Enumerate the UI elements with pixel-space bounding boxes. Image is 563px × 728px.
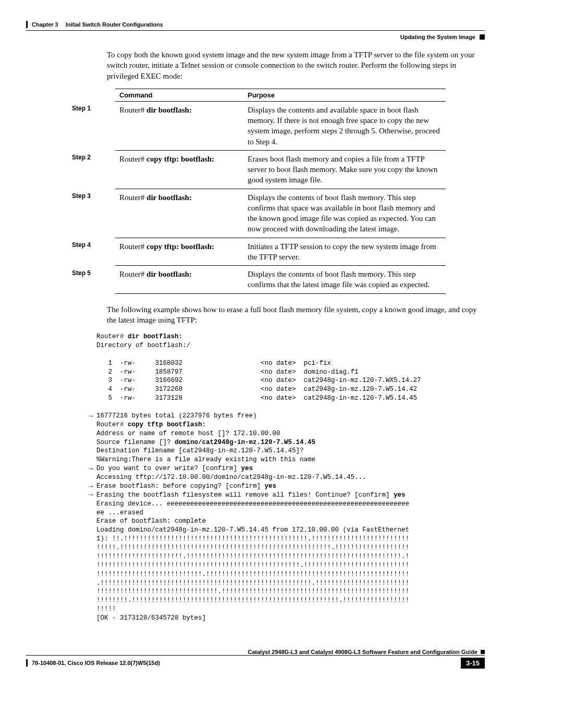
- step-label: Step 4: [68, 238, 115, 266]
- chapter-title: Initial Switch Router Configurations: [66, 21, 163, 28]
- con-l1-pre: Router#: [96, 333, 128, 340]
- section-title: Updating the System Image: [400, 34, 475, 40]
- con-l14: Destination filename [cat2948g-in-mz.120…: [96, 447, 304, 454]
- header-bar: Chapter 3 Initial Switch Router Configur…: [26, 21, 485, 28]
- purpose-cell: Erases boot flash memory and copies a fi…: [243, 150, 446, 189]
- cmd-bold: copy tftp: bootflash:: [146, 242, 214, 251]
- purpose-cell: Displays the contents and available spac…: [243, 101, 446, 150]
- step-col-header: [68, 89, 115, 101]
- con-l21: ee ...erased: [96, 509, 143, 516]
- footer-vline: [26, 659, 28, 667]
- con-l28: !!!!!!!!!!!!!!!!!!!!!!!!!!!.!!!!!!!!!!!!…: [96, 571, 409, 578]
- command-header: Command: [115, 89, 243, 101]
- purpose-header: Purpose: [243, 89, 446, 101]
- page-number: 3-15: [461, 658, 485, 669]
- step-label: Step 1: [68, 101, 115, 150]
- con-l22: Erase of bootflash: complete: [96, 517, 206, 525]
- command-cell: Router# dir bootflash:: [115, 101, 243, 150]
- console-output: Router# dir bootflash: Directory of boot…: [96, 332, 485, 623]
- purpose-cell: Initiates a TFTP session to copy the new…: [243, 238, 446, 266]
- header-vline: [26, 21, 28, 28]
- arrow-icon: →: [87, 490, 94, 499]
- con-l1-b: dir bootflash:: [128, 333, 182, 340]
- main-content: To copy both the known good system image…: [107, 50, 485, 623]
- footer-square-icon: [481, 650, 485, 654]
- table-row: Step 3 Router# dir bootflash: Displays t…: [68, 189, 446, 238]
- con-l26: !!!!!!!!!!!!!!!!!!!!!!.!!!!!!!!!!!!!!!!!…: [96, 553, 409, 560]
- console-block: Router# dir bootflash: Directory of boot…: [96, 332, 485, 623]
- con-l23: Loading domino/cat2948g-in-mz.120-7.W5.1…: [96, 526, 409, 534]
- con-l8: 5 -rw- 3173128 <no date> cat2948g-in-mz.…: [96, 394, 417, 402]
- subhead-row: Updating the System Image: [26, 34, 485, 40]
- command-cell: Router# dir bootflash:: [115, 189, 243, 238]
- con-l16-pre: Do you want to over write? [confirm]: [96, 465, 241, 472]
- cmd-bold: dir bootflash:: [146, 106, 192, 114]
- step-label: Step 3: [68, 189, 115, 238]
- step-label: Step 5: [68, 266, 115, 294]
- table-row: Step 1 Router# dir bootflash: Displays t…: [68, 101, 446, 150]
- con-l29: .!!!!!!!!!!!!!!!!!!!!!!!!!!!!!!!!!!!!!!!…: [96, 579, 409, 587]
- con-l10: 16777216 bytes total (2237976 bytes free…: [96, 412, 257, 419]
- footer-rule: [26, 655, 485, 656]
- con-l25: !!!!!.!!!!!!!!!!!!!!!!!!!!!!!!!!!!!!!!!!…: [96, 544, 409, 551]
- con-l13-b: domino/cat2948g-in-mz.120-7.W5.14.45: [175, 439, 315, 446]
- con-l27: !!!!!!!!!!!!!!!!!!!!!!!!!!!!!!!!!!!!!!!!…: [96, 562, 409, 569]
- con-l2: Directory of bootflash:/: [96, 342, 190, 349]
- mid-paragraph: The following example shows how to erase…: [107, 304, 485, 326]
- cmd-prefix: Router#: [119, 155, 146, 163]
- con-l17: Accessing tftp://172.10.00.00/domino/cat…: [96, 474, 366, 481]
- con-l4: 1 -rw- 3168032 <no date> pci-fix: [96, 360, 331, 367]
- cmd-bold: copy tftp: bootflash:: [146, 155, 214, 163]
- table-row: Step 5 Router# dir bootflash: Displays t…: [68, 266, 446, 294]
- con-l19-b: yes: [394, 491, 406, 499]
- con-l20: Erasing device... eeeeeeeeeeeeeeeeeeeeee…: [96, 500, 409, 508]
- con-l16-b: yes: [241, 465, 253, 472]
- cmd-bold: dir bootflash:: [146, 193, 192, 202]
- cmd-prefix: Router#: [119, 270, 146, 278]
- arrow-icon: →: [87, 464, 94, 473]
- footer-left: 78-10408-01, Cisco IOS Release 12.0(7)W5…: [26, 659, 160, 667]
- purpose-cell: Displays the contents of boot flash memo…: [243, 266, 446, 294]
- chapter-label: Chapter 3: [32, 21, 58, 28]
- header-rule: [26, 30, 485, 31]
- con-l13-pre: Source filename []?: [96, 439, 175, 446]
- command-cell: Router# dir bootflash:: [115, 266, 243, 294]
- con-l11-pre: Router#: [96, 421, 128, 428]
- con-l18-pre: Erase bootflash: before copying? [confir…: [96, 483, 265, 490]
- con-l12: Address or name of remote host []? 172.1…: [96, 430, 280, 437]
- command-cell: Router# copy tftp: bootflash:: [115, 238, 243, 266]
- header-square-icon: [480, 34, 485, 40]
- con-l33: [OK - 3173128/6345728 bytes]: [96, 614, 206, 622]
- con-l6: 3 -rw- 3166692 <no date> cat2948g-in-mz.…: [96, 377, 421, 384]
- con-l18-b: yes: [265, 483, 277, 490]
- con-l15: %Warning:There is a file already existin…: [96, 456, 315, 463]
- arrow-icon: →: [87, 482, 94, 490]
- footer: Catalyst 2948G-L3 and Catalyst 4908G-L3 …: [26, 649, 485, 669]
- arrow-icon: →: [87, 412, 94, 420]
- command-cell: Router# copy tftp: bootflash:: [115, 150, 243, 189]
- con-l32: !!!!!: [96, 606, 116, 613]
- footer-release: 78-10408-01, Cisco IOS Release 12.0(7)W5…: [32, 660, 160, 666]
- con-l24: 1): !!.!!!!!!!!!!!!!!!!!!!!!!!!!!!!!!!!!…: [96, 535, 409, 542]
- intro-paragraph: To copy both the known good system image…: [107, 50, 485, 81]
- table-row: Step 2 Router# copy tftp: bootflash: Era…: [68, 150, 446, 189]
- steps-table: Command Purpose Step 1 Router# dir bootf…: [68, 89, 446, 294]
- con-l5: 2 -rw- 1858797 <no date> domino-diag.f1: [96, 368, 359, 376]
- con-l7: 4 -rw- 3172268 <no date> cat2948g-in-mz.…: [96, 386, 417, 393]
- con-l31: !!!!!!!!.!!!!!!!!!!!!!!!!!!!!!!!!!!!!!!!…: [96, 597, 409, 604]
- footer-row: 78-10408-01, Cisco IOS Release 12.0(7)W5…: [26, 658, 485, 669]
- cmd-prefix: Router#: [119, 193, 146, 202]
- con-l19-pre: Erasing the bootflash filesystem will re…: [96, 491, 394, 499]
- cmd-prefix: Router#: [119, 242, 146, 251]
- cmd-bold: dir bootflash:: [146, 270, 192, 278]
- step-label: Step 2: [68, 150, 115, 189]
- table-row: Step 4 Router# copy tftp: bootflash: Ini…: [68, 238, 446, 266]
- con-l30: !!!!!!!!!!!!!!!!!!!!!!!!!!!!!!!.!!!!!!!!…: [96, 588, 409, 595]
- con-l11-b: copy tftp bootflash:: [128, 421, 206, 428]
- purpose-cell: Displays the contents of boot flash memo…: [243, 189, 446, 238]
- cmd-prefix: Router#: [119, 106, 146, 114]
- footer-guide-title: Catalyst 2948G-L3 and Catalyst 4908G-L3 …: [248, 649, 478, 655]
